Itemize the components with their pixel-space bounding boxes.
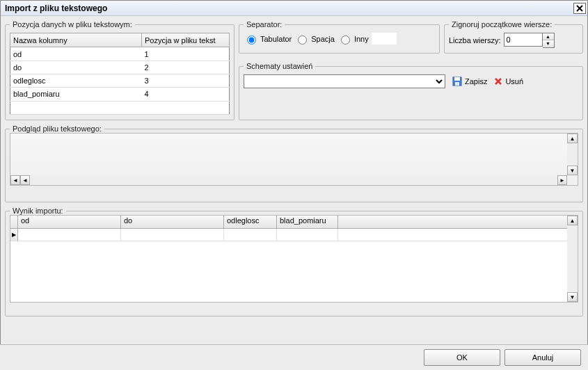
result-legend: Wynik importu: — [10, 207, 66, 215]
scroll-left-button-2[interactable]: ◄ — [20, 175, 30, 185]
save-icon — [452, 77, 462, 86]
preview-scrollbar-horizontal[interactable]: ◄ ◄ ► — [10, 175, 567, 185]
preview-group: Podgląd pliku tekstowego: ▲ ▼ ◄ ◄ ► — [5, 124, 583, 202]
result-gutter-header — [10, 216, 18, 228]
skip-group: Zignoruj początkowe wiersze: Liczba wier… — [444, 20, 583, 54]
scroll-down-button[interactable]: ▼ — [567, 292, 578, 302]
result-col-do[interactable]: do — [121, 216, 224, 228]
delete-icon — [494, 77, 502, 86]
position-col-name[interactable]: Nazwa kolumny — [10, 33, 142, 47]
scheme-save-button[interactable]: Zapisz — [452, 77, 487, 86]
scroll-right-button[interactable]: ► — [557, 175, 567, 185]
scheme-select[interactable] — [244, 74, 445, 88]
svg-rect-2 — [455, 82, 459, 86]
window-title: Import z pliku tekstowego — [5, 3, 107, 13]
position-legend: Pozycja danych w pliku tekstowym: — [10, 20, 135, 29]
scroll-down-button[interactable]: ▼ — [567, 166, 578, 175]
table-row[interactable]: odleglosc3 — [10, 74, 230, 88]
dialog-footer: OK Anuluj — [0, 344, 588, 370]
result-col-odleglosc[interactable]: odleglosc — [224, 216, 277, 228]
scroll-up-button[interactable]: ▲ — [567, 134, 578, 143]
separator-tab-radio[interactable]: Tabulator — [244, 33, 292, 45]
scroll-up-button[interactable]: ▲ — [567, 216, 578, 225]
separator-other-input[interactable] — [372, 33, 397, 45]
result-scrollbar-vertical[interactable]: ▲ ▼ — [567, 216, 578, 302]
scheme-delete-button[interactable]: Usuń — [494, 77, 523, 86]
preview-legend: Podgląd pliku tekstowego: — [10, 124, 104, 133]
result-group: Wynik importu: od do odleglosc blad_pomi… — [5, 207, 583, 316]
row-indicator-icon: ▶ — [10, 229, 18, 241]
position-col-pos[interactable]: Pozycja w pliku tekst — [142, 33, 230, 47]
position-table[interactable]: Nazwa kolumny Pozycja w pliku tekst od1 … — [10, 33, 230, 115]
table-row[interactable]: blad_pomiaru4 — [10, 88, 230, 101]
separator-other-radio[interactable]: Inny — [337, 33, 369, 45]
skip-label: Liczba wierszy: — [449, 36, 501, 45]
skip-legend: Zignoruj początkowe wiersze: — [449, 20, 555, 29]
position-group: Pozycja danych w pliku tekstowym: Nazwa … — [5, 20, 235, 120]
table-row[interactable]: do2 — [10, 61, 230, 74]
result-col-blad-pomiaru[interactable]: blad_pomiaru — [277, 216, 338, 228]
table-row-empty[interactable] — [10, 101, 230, 114]
scroll-left-button[interactable]: ◄ — [10, 175, 20, 185]
svg-rect-1 — [454, 77, 460, 81]
skip-rows-input[interactable] — [504, 33, 543, 47]
cancel-button[interactable]: Anuluj — [504, 349, 581, 366]
close-icon — [576, 5, 583, 12]
separator-legend: Separator: — [244, 20, 285, 29]
table-row[interactable]: od1 — [10, 47, 230, 61]
result-row[interactable]: ▶ — [10, 229, 578, 241]
close-button[interactable] — [573, 3, 586, 14]
skip-rows-up[interactable]: ▲ — [543, 33, 554, 40]
schemes-legend: Schematy ustawień — [244, 62, 315, 70]
separator-group: Separator: Tabulator Spacja Inny — [239, 20, 440, 54]
result-grid[interactable]: od do odleglosc blad_pomiaru ▶ ▲ ▼ — [10, 215, 578, 303]
schemes-group: Schematy ustawień Zapisz Usuń — [239, 62, 583, 120]
separator-space-radio[interactable]: Spacja — [294, 33, 335, 45]
preview-area[interactable]: ▲ ▼ ◄ ◄ ► — [10, 133, 578, 186]
titlebar: Import z pliku tekstowego — [1, 1, 587, 16]
skip-rows-down[interactable]: ▼ — [543, 40, 554, 47]
result-col-od[interactable]: od — [18, 216, 121, 228]
ok-button[interactable]: OK — [424, 349, 500, 366]
preview-scrollbar-vertical[interactable]: ▲ ▼ — [567, 134, 578, 175]
